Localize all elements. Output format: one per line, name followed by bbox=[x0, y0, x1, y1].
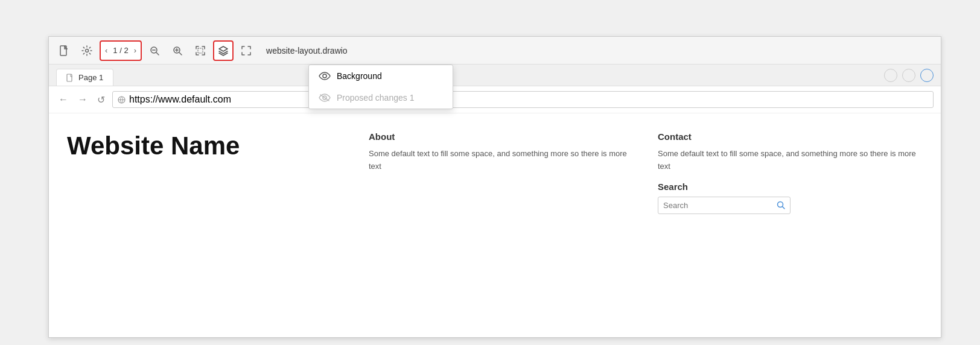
svg-point-1 bbox=[86, 49, 89, 52]
tab-page1[interactable]: Page 1 bbox=[56, 69, 113, 86]
fullscreen-button[interactable] bbox=[236, 40, 256, 61]
webpage-body: Website Name About Some default text to … bbox=[49, 113, 941, 337]
layer-background-label: Background bbox=[337, 71, 382, 81]
tab-bar-left: Page 1 bbox=[56, 69, 113, 86]
file-button[interactable] bbox=[54, 40, 74, 61]
zoom-out-button[interactable] bbox=[144, 40, 165, 61]
website-name-section: Website Name bbox=[67, 125, 369, 325]
about-text: Some default text to fill some space, an… bbox=[369, 148, 634, 173]
next-page-button[interactable]: › bbox=[132, 46, 138, 54]
svg-line-8 bbox=[179, 52, 182, 55]
browser-content: Page 1 ← → ↺ bbox=[49, 65, 941, 337]
search-box[interactable] bbox=[658, 197, 791, 214]
window-circle-1[interactable] bbox=[884, 69, 897, 82]
search-input[interactable] bbox=[663, 201, 773, 210]
zoom-in-button[interactable] bbox=[167, 40, 188, 61]
tab-label: Page 1 bbox=[78, 73, 103, 82]
back-button[interactable]: ← bbox=[56, 93, 71, 106]
info-columns: About Some default text to fill some spa… bbox=[369, 125, 923, 325]
toolbar: ‹ 1 / 2 › bbox=[49, 37, 941, 65]
page-indicator: 1 / 2 bbox=[110, 46, 130, 55]
contact-text: Some default text to fill some space, an… bbox=[658, 148, 923, 173]
globe-icon bbox=[118, 96, 126, 104]
file-title: website-layout.drawio bbox=[259, 46, 936, 55]
eye-hidden-icon bbox=[319, 93, 331, 102]
svg-rect-9 bbox=[198, 48, 203, 53]
fit-screen-button[interactable] bbox=[190, 40, 211, 61]
contact-column: Contact Some default text to fill some s… bbox=[658, 131, 923, 325]
svg-point-10 bbox=[323, 74, 326, 78]
address-bar[interactable]: https://www.default.com bbox=[112, 91, 934, 108]
search-label: Search bbox=[658, 182, 923, 192]
svg-line-4 bbox=[156, 52, 159, 55]
title-text: website-layout.drawio bbox=[266, 46, 348, 55]
page-nav: ‹ 1 / 2 › bbox=[100, 40, 142, 61]
website-name-heading: Website Name bbox=[67, 131, 240, 160]
contact-heading: Contact bbox=[658, 131, 923, 142]
address-bar-row: ← → ↺ https://www.default.com bbox=[49, 86, 941, 113]
tab-bar: Page 1 bbox=[49, 65, 941, 86]
forward-button[interactable]: → bbox=[75, 93, 90, 106]
window-circle-2[interactable] bbox=[902, 69, 915, 82]
about-column: About Some default text to fill some spa… bbox=[369, 131, 634, 325]
layer-proposed-label: Proposed changes 1 bbox=[337, 93, 414, 103]
window-circle-3[interactable] bbox=[920, 69, 934, 82]
eye-visible-icon bbox=[319, 72, 331, 80]
about-heading: About bbox=[369, 131, 634, 142]
address-url: https://www.default.com bbox=[129, 94, 231, 105]
window-controls bbox=[884, 69, 934, 86]
svg-rect-13 bbox=[67, 74, 72, 81]
refresh-button[interactable]: ↺ bbox=[95, 93, 107, 107]
app-window: ‹ 1 / 2 › bbox=[48, 36, 941, 338]
layers-dropdown: Background Proposed changes 1 bbox=[308, 65, 453, 109]
layer-proposed-changes-item[interactable]: Proposed changes 1 bbox=[309, 87, 453, 109]
layer-background-item[interactable]: Background bbox=[309, 65, 453, 87]
layers-button[interactable] bbox=[213, 40, 234, 61]
search-icon bbox=[777, 201, 785, 209]
svg-line-17 bbox=[783, 207, 785, 209]
prev-page-button[interactable]: ‹ bbox=[103, 46, 109, 54]
settings-button[interactable] bbox=[77, 40, 97, 61]
tab-page-icon bbox=[66, 74, 74, 82]
